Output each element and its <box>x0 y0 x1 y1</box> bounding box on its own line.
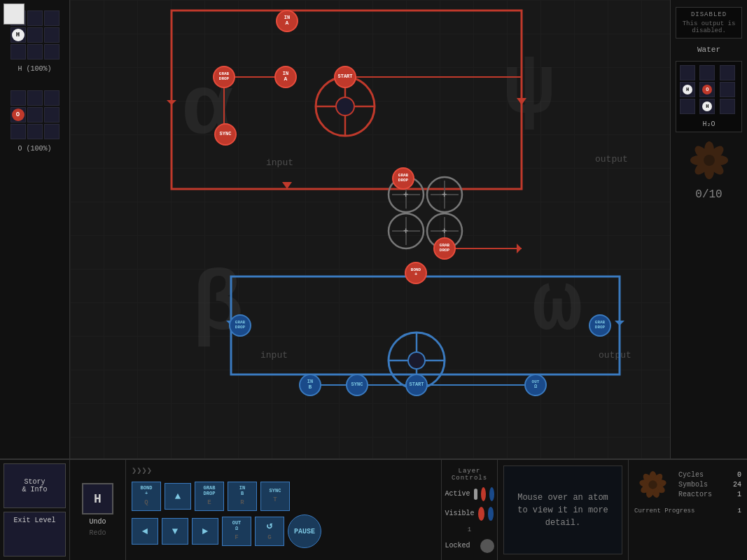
circuit-svg: + + + + <box>70 0 670 458</box>
symbols-label: Symbols <box>678 481 708 489</box>
key-bond-plus-button[interactable]: BOND+ Q <box>132 482 161 511</box>
svg-marker-3 <box>517 98 526 105</box>
progress-display: 0/10 <box>695 188 722 201</box>
reactors-label: Reactors <box>678 491 712 498</box>
current-progress-value: 1 <box>738 507 741 514</box>
visible-row: Visible <box>445 507 494 521</box>
locked-dot[interactable] <box>480 539 494 553</box>
stats-section: Cycles 0 Symbols 24 Reactors 1 Current P… <box>628 460 747 560</box>
stats-values: Cycles 0 Symbols 24 Reactors 1 <box>678 471 741 498</box>
key-out-omega-label: OUTω <box>232 521 242 531</box>
key-r-label: R <box>240 500 244 507</box>
node-grab-drop-b1[interactable]: GRAB DROP <box>229 314 251 337</box>
active-dot-tab[interactable] <box>474 489 477 500</box>
grid-cell-o: O <box>11 107 26 122</box>
node-start-beta[interactable]: START <box>405 374 428 396</box>
info-section: Mouse over an atom to view it in more de… <box>503 465 622 554</box>
reactors-value: 1 <box>737 491 741 498</box>
node-in-alpha-1[interactable]: IN α <box>276 10 298 32</box>
key-right-button[interactable]: ► <box>192 518 218 545</box>
node-grab-drop-1[interactable]: GRAB DROP <box>213 66 235 88</box>
node-grab-drop-lr[interactable]: GRAB DROP <box>433 237 456 260</box>
arm-decoration: ❯❯❯❯ <box>132 465 435 476</box>
grid-cell <box>44 27 60 43</box>
key-g-label: G <box>267 535 271 542</box>
layer-count: 1 <box>468 526 471 533</box>
stats-flower-area: Cycles 0 Symbols 24 Reactors 1 <box>634 465 741 504</box>
key-f-label: F <box>235 535 238 542</box>
disabled-text: This output is disabled. <box>680 20 738 34</box>
symbols-row: Symbols 24 <box>678 481 741 489</box>
key-left-button[interactable]: ◄ <box>132 518 158 545</box>
node-sync-1[interactable]: SYNC <box>214 123 237 146</box>
key-out-omega-button[interactable]: OUTω F <box>222 517 251 546</box>
exit-level-label: Exit Level <box>13 517 55 524</box>
hydrogen-symbol: H <box>94 492 102 506</box>
node-out-omega[interactable]: OUT ω <box>524 374 547 396</box>
grid-cell <box>27 90 43 106</box>
keys-row-bottom: ◄ ▼ ► OUTω F ↺ G PAUSE <box>132 514 435 548</box>
svg-point-48 <box>704 155 715 166</box>
active-row: Active <box>445 487 494 501</box>
input-o-display: O O (100%) <box>7 87 63 156</box>
grid-cell <box>720 82 735 97</box>
grid-cell-h: H <box>11 27 26 43</box>
water-h2-atom: H <box>699 99 715 114</box>
node-grab-drop-b2[interactable]: GRAB DROP <box>589 314 611 337</box>
svg-point-39 <box>336 97 354 115</box>
locked-label: Locked <box>445 542 477 550</box>
reactors-row: Reactors 1 <box>678 491 741 498</box>
svg-point-58 <box>648 480 657 489</box>
key-in-beta-button[interactable]: INβ R <box>228 482 257 511</box>
current-progress-row: Current Progress 1 <box>634 507 741 514</box>
key-grab-drop-button[interactable]: GRABDROP E <box>195 482 224 511</box>
water-grid: H O H <box>676 62 741 118</box>
key-up-button[interactable]: ▲ <box>165 483 191 510</box>
key-down-button[interactable]: ▼ <box>162 518 188 545</box>
story-info-button[interactable]: Story & Info <box>4 463 66 508</box>
redo-button[interactable]: Redo <box>89 529 106 537</box>
pause-button[interactable]: PAUSE <box>288 514 321 548</box>
grid-cell <box>720 99 735 114</box>
key-sync-button[interactable]: SYNC T <box>260 482 290 511</box>
svg-point-35 <box>408 352 425 369</box>
node-start-1[interactable]: START <box>334 66 356 88</box>
node-grab-drop-mid[interactable]: GRAB DROP <box>392 167 414 190</box>
visible-dot-red[interactable] <box>478 507 484 521</box>
exit-level-button[interactable]: Exit Level <box>4 512 66 556</box>
node-in-alpha-2[interactable]: IN α <box>274 66 297 88</box>
keys-row-top: BOND+ Q ▲ GRABDROP E INβ R SYNC T <box>132 482 435 511</box>
active-dot-red[interactable] <box>481 487 486 501</box>
hydrogen-badge: H <box>82 483 113 514</box>
atom-h: H <box>683 85 692 94</box>
key-sync-label: SYNC <box>270 489 281 494</box>
key-in-beta-label: INβ <box>239 486 245 496</box>
active-label: Active <box>445 490 470 498</box>
stats-flower-icon <box>634 465 671 504</box>
key-bond-label: BOND+ <box>141 486 153 496</box>
water-label: Water <box>697 46 720 54</box>
main-container: H H (100%) O <box>0 0 747 560</box>
key-rotate-button[interactable]: ↺ G <box>255 517 284 546</box>
node-sync-beta[interactable]: SYNC <box>346 374 368 396</box>
active-dot-blue[interactable] <box>489 487 494 501</box>
locked-row: Locked <box>445 539 494 553</box>
undo-button[interactable]: Undo <box>89 518 106 526</box>
pause-label: PAUSE <box>294 528 315 536</box>
grid-cell <box>27 44 43 59</box>
atom-h-icon: H <box>12 29 25 41</box>
right-panel: DISABLED This output is disabled. Water … <box>670 0 747 458</box>
visible-label: Visible <box>445 510 475 517</box>
svg-text:+: + <box>403 190 408 200</box>
svg-marker-1 <box>167 100 176 105</box>
node-bond-plus[interactable]: BOND + <box>405 262 427 284</box>
atom-o: O <box>702 85 712 94</box>
flower-icon <box>688 139 730 181</box>
cycles-value: 0 <box>737 471 741 479</box>
water-o-atom: O <box>699 82 715 97</box>
visible-dot-blue[interactable] <box>488 507 494 521</box>
layer-controls-section: Layer Controls Active Visible 1 Locked <box>442 460 498 560</box>
node-in-beta[interactable]: IN β <box>299 374 321 396</box>
canvas-area[interactable]: α input ψ output β input ω output <box>70 0 670 458</box>
corner-indicator <box>4 4 25 24</box>
